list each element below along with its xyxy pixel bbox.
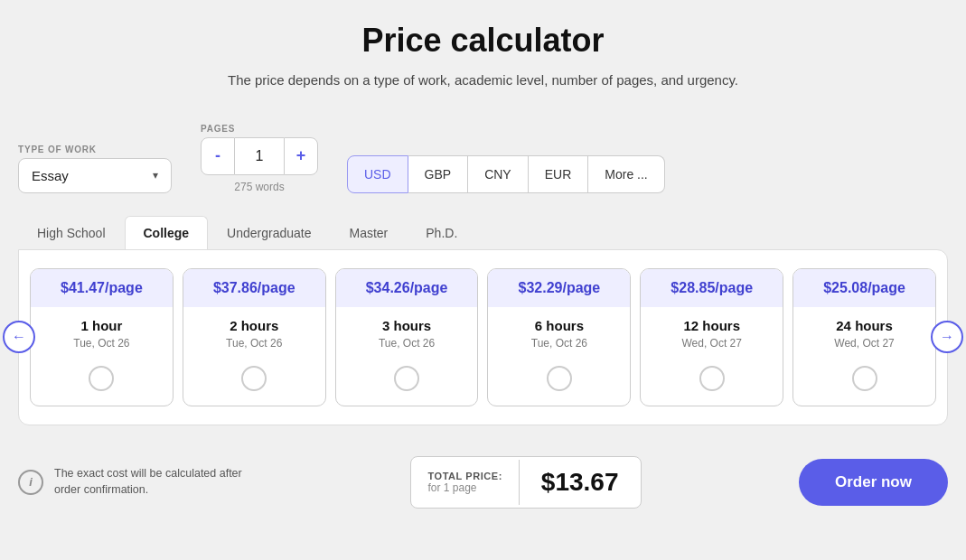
academic-level-tabs: High School College Undergraduate Master…	[0, 215, 966, 249]
total-label-sub: for 1 page	[427, 481, 502, 494]
card-price: $34.26/page	[336, 269, 478, 307]
total-amount: $13.67	[520, 457, 641, 508]
pages-increment-button[interactable]: +	[284, 137, 318, 175]
currency-cny-button[interactable]: CNY	[468, 155, 529, 193]
pages-value: 1	[235, 137, 284, 175]
tabs-bar: High School College Undergraduate Master…	[18, 215, 948, 249]
type-of-work-value: Essay	[32, 168, 69, 183]
currency-eur-button[interactable]: EUR	[529, 155, 589, 193]
currency-selector: USD GBP CNY EUR More ...	[347, 155, 665, 193]
total-label-text: TOTAL PRICE:	[427, 471, 502, 481]
card-price: $28.85/page	[641, 269, 783, 307]
card-duration: 2 hours	[230, 318, 278, 333]
card-radio[interactable]	[852, 366, 877, 391]
card-date: Tue, Oct 26	[73, 337, 129, 350]
right-arrow-icon: →	[940, 329, 954, 345]
pages-group: PAGES - 1 + 275 words	[201, 124, 318, 193]
card-duration: 1 hour	[80, 318, 122, 333]
card-price: $41.47/page	[31, 269, 173, 307]
tab-college[interactable]: College	[125, 216, 209, 250]
card-date: Tue, Oct 26	[226, 337, 282, 350]
footer-note: The exact cost will be calculated after …	[54, 466, 253, 498]
price-card[interactable]: $37.86/page 2 hours Tue, Oct 26	[183, 268, 326, 406]
price-card[interactable]: $28.85/page 12 hours Wed, Oct 27	[640, 268, 783, 406]
footer-info: i The exact cost will be calculated afte…	[18, 466, 253, 498]
currency-usd-button[interactable]: USD	[347, 155, 408, 193]
card-date: Tue, Oct 26	[379, 337, 435, 350]
card-duration: 12 hours	[683, 318, 740, 333]
pages-label: PAGES	[201, 124, 318, 134]
pages-decrement-button[interactable]: -	[201, 137, 235, 175]
tab-undergraduate[interactable]: Undergraduate	[208, 216, 330, 250]
pages-words: 275 words	[201, 181, 318, 193]
tab-high-school[interactable]: High School	[18, 216, 125, 250]
currency-group: USD GBP CNY EUR More ...	[347, 155, 665, 193]
price-card[interactable]: $34.26/page 3 hours Tue, Oct 26	[335, 268, 479, 406]
type-of-work-group: TYPE OF WORK Essay ▾	[18, 145, 172, 193]
card-price: $32.29/page	[488, 269, 630, 307]
scroll-left-button[interactable]: ←	[3, 321, 35, 353]
order-now-button[interactable]: Order now	[799, 459, 948, 506]
tab-master[interactable]: Master	[330, 216, 407, 250]
card-radio[interactable]	[699, 366, 725, 391]
total-label: TOTAL PRICE: for 1 page	[411, 460, 519, 505]
card-duration: 24 hours	[836, 318, 893, 333]
card-radio[interactable]	[241, 366, 267, 391]
card-price: $25.08/page	[793, 269, 935, 307]
card-duration: 6 hours	[535, 318, 584, 333]
card-radio[interactable]	[89, 366, 114, 391]
type-of-work-dropdown[interactable]: Essay ▾	[18, 158, 172, 193]
total-price-box: TOTAL PRICE: for 1 page $13.67	[410, 456, 641, 509]
page-title: Price calculator	[18, 22, 948, 60]
page-subtitle: The price depends on a type of work, aca…	[18, 70, 948, 91]
currency-gbp-button[interactable]: GBP	[408, 155, 469, 193]
type-of-work-label: TYPE OF WORK	[18, 145, 172, 154]
pricing-cards-container: $41.47/page 1 hour Tue, Oct 26 $37.86/pa…	[30, 268, 936, 406]
card-date: Tue, Oct 26	[531, 337, 587, 350]
tab-phd[interactable]: Ph.D.	[407, 216, 476, 250]
card-price: $37.86/page	[183, 269, 325, 307]
pricing-cards-section: ← $41.47/page 1 hour Tue, Oct 26 $37.86/…	[18, 249, 948, 425]
card-radio[interactable]	[394, 366, 419, 391]
price-card[interactable]: $32.29/page 6 hours Tue, Oct 26	[487, 268, 631, 406]
chevron-down-icon: ▾	[153, 169, 158, 182]
card-date: Wed, Oct 27	[834, 337, 894, 350]
footer-bar: i The exact cost will be calculated afte…	[0, 440, 966, 525]
left-arrow-icon: ←	[12, 329, 26, 345]
scroll-right-button[interactable]: →	[931, 321, 963, 353]
card-duration: 3 hours	[382, 318, 431, 333]
pages-stepper: - 1 +	[201, 137, 318, 175]
card-radio[interactable]	[547, 366, 572, 391]
price-card[interactable]: $25.08/page 24 hours Wed, Oct 27	[792, 268, 936, 406]
card-date: Wed, Oct 27	[681, 337, 741, 350]
price-card[interactable]: $41.47/page 1 hour Tue, Oct 26	[30, 268, 174, 406]
currency-more-button[interactable]: More ...	[588, 155, 664, 193]
info-icon: i	[18, 470, 43, 495]
